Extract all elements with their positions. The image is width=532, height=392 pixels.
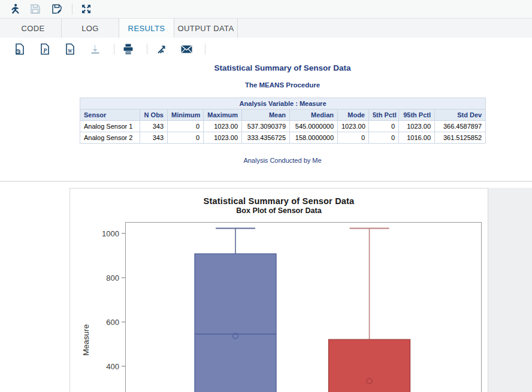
- word-result-button[interactable]: W: [61, 41, 79, 57]
- save-icon: [29, 3, 41, 15]
- table-cell: 1023.00: [204, 132, 242, 144]
- column-header: 5th Pctl: [369, 110, 399, 121]
- table-header-row: SensorN ObsMinimumMaximumMeanMedianMode5…: [80, 110, 486, 121]
- table-cell: 1016.00: [399, 132, 435, 144]
- chart-title: Statistical Summary of Sensor Data: [70, 196, 488, 206]
- results-toolbar-separator: [114, 44, 114, 54]
- table-row: Analog Sensor 234301023.00333.4356725158…: [80, 132, 486, 144]
- table-cell: 545.0000000: [290, 121, 338, 132]
- table-body: Analog Sensor 134301023.00537.3090379545…: [80, 121, 486, 144]
- html-result-button[interactable]: [11, 41, 29, 57]
- table-cell: 0: [168, 132, 204, 144]
- report-section: Statistical Summary of Sensor Data The M…: [80, 59, 485, 164]
- download-icon: [89, 42, 102, 56]
- table-cell: 158.0000000: [290, 132, 338, 144]
- svg-text:Measure: Measure: [81, 324, 90, 356]
- table-band-header: Analysis Variable : Measure: [80, 98, 486, 110]
- tab-results[interactable]: RESULTS: [119, 19, 174, 38]
- svg-text:W: W: [68, 48, 73, 54]
- boxplot-card: 4006008001000Measure Statistical Summary…: [69, 188, 488, 392]
- column-header: Minimum: [168, 110, 204, 121]
- pdf-result-button[interactable]: P: [36, 41, 54, 57]
- save-as-icon: [51, 3, 63, 15]
- save-button[interactable]: [26, 1, 44, 17]
- procedure-subtitle: The MEANS Procedure: [80, 81, 485, 89]
- results-toolbar: P W: [0, 39, 532, 59]
- open-new-window-icon: [155, 42, 168, 56]
- tab-bar: CODE LOG RESULTS OUTPUT DATA: [0, 19, 532, 38]
- table-cell: 0: [338, 132, 369, 144]
- section-divider: [0, 181, 532, 182]
- tab-log[interactable]: LOG: [62, 19, 119, 38]
- download-button[interactable]: [86, 41, 104, 57]
- column-header: Std Dev: [435, 110, 486, 121]
- print-button[interactable]: [119, 41, 137, 57]
- column-header: Maximum: [204, 110, 242, 121]
- table-cell: 0: [369, 132, 399, 144]
- svg-text:1000: 1000: [102, 229, 119, 238]
- table-cell: 537.3090379: [242, 121, 290, 132]
- results-toolbar-separator: [147, 44, 147, 54]
- maximize-icon: [80, 3, 92, 15]
- svg-text:600: 600: [106, 318, 119, 327]
- table-cell: 366.4587897: [435, 121, 486, 132]
- table-row: Analog Sensor 134301023.00537.3090379545…: [80, 121, 486, 132]
- tab-code[interactable]: CODE: [5, 19, 62, 38]
- means-table: Analysis Variable : Measure SensorN ObsM…: [80, 98, 486, 144]
- svg-text:800: 800: [106, 274, 119, 282]
- run-icon: [8, 3, 20, 15]
- table-cell: Analog Sensor 1: [80, 121, 140, 132]
- maximize-button[interactable]: [77, 1, 95, 17]
- email-button[interactable]: [177, 41, 195, 57]
- table-cell: 333.4356725: [242, 132, 290, 144]
- table-cell: Analog Sensor 2: [80, 132, 140, 144]
- toolbar-separator: [72, 4, 72, 14]
- email-icon: [180, 42, 194, 56]
- open-new-window-button[interactable]: [152, 41, 170, 57]
- chart-subtitle: Box Plot of Sensor Data: [70, 206, 488, 215]
- report-footnote: Analysis Conducted by Me: [80, 157, 485, 164]
- table-cell: 0: [369, 121, 399, 132]
- column-header: Median: [290, 110, 338, 121]
- report-title: Statistical Summary of Sensor Data: [80, 63, 485, 72]
- html-result-icon: [13, 42, 26, 56]
- table-cell: 0: [168, 121, 204, 132]
- table-cell: 1023.00: [399, 121, 435, 132]
- svg-text:P: P: [43, 48, 47, 54]
- boxplot-chart: 4006008001000Measure: [70, 189, 488, 392]
- save-as-button[interactable]: [48, 1, 66, 17]
- column-header: N Obs: [140, 110, 168, 121]
- results-toolbar-separator: [205, 44, 205, 54]
- table-cell: 343: [140, 132, 168, 144]
- run-button[interactable]: [5, 1, 23, 17]
- column-header: Mode: [338, 110, 369, 121]
- column-header: Sensor: [80, 110, 140, 121]
- column-header: Mean: [242, 110, 290, 121]
- table-cell: 343: [140, 121, 168, 132]
- table-cell: 1023.00: [204, 121, 242, 132]
- svg-text:400: 400: [106, 362, 119, 371]
- tab-output-data[interactable]: OUTPUT DATA: [174, 19, 238, 38]
- table-cell: 1023.00: [338, 121, 369, 132]
- pdf-result-icon: P: [38, 42, 52, 56]
- table-cell: 361.5125852: [435, 132, 486, 144]
- column-header: 95th Pctl: [399, 110, 435, 121]
- top-toolbar: [0, 0, 532, 19]
- page-background-strip: [488, 188, 532, 392]
- print-icon: [122, 42, 135, 56]
- word-result-icon: W: [64, 42, 77, 56]
